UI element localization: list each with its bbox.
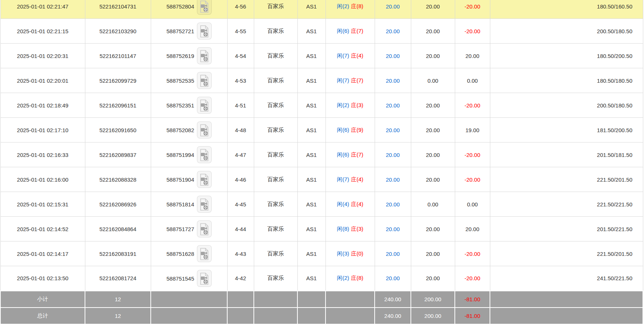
game-number: 588751727 bbox=[166, 226, 194, 232]
order-number: 522162096151 bbox=[85, 93, 151, 118]
summary-empty-cell bbox=[254, 291, 297, 308]
bet-time: 2025-01-01 02:20:31 bbox=[0, 44, 85, 68]
order-number: 522162086926 bbox=[85, 192, 151, 217]
bet-amount-link[interactable]: 20.00 bbox=[375, 192, 411, 217]
bet-amount-link[interactable]: 20.00 bbox=[375, 143, 411, 167]
balance: 200.50/180.50 bbox=[490, 19, 643, 44]
table-row: 2025-01-01 02:15:31 522162086926 5887518… bbox=[0, 192, 643, 217]
win-loss: -20.00 bbox=[455, 241, 490, 266]
summary-bet-total: 240.00 bbox=[375, 291, 411, 308]
video-replay-button[interactable] bbox=[197, 245, 212, 262]
valid-amount: 20.00 bbox=[411, 241, 455, 266]
balance: 221.50/201.50 bbox=[490, 167, 643, 192]
win-loss: 0.00 bbox=[455, 192, 490, 217]
video-replay-button[interactable] bbox=[197, 171, 212, 188]
summary-empty-cell bbox=[151, 308, 227, 324]
video-replay-button[interactable] bbox=[197, 97, 212, 114]
table-row: 2025-01-01 02:17:10 522162091650 5887520… bbox=[0, 118, 643, 143]
balance: 201.50/181.50 bbox=[490, 143, 643, 167]
game-number: 588752351 bbox=[166, 102, 194, 109]
bet-amount-link[interactable]: 20.00 bbox=[375, 68, 411, 93]
game-type: 百家乐 bbox=[254, 19, 297, 44]
game-number-cell: 588752082 bbox=[151, 118, 227, 143]
valid-amount: 20.00 bbox=[411, 167, 455, 192]
video-replay-button[interactable] bbox=[197, 47, 212, 64]
balance: 200.50/180.50 bbox=[490, 93, 643, 118]
video-replay-button[interactable] bbox=[197, 121, 212, 138]
game-number: 588751628 bbox=[166, 251, 194, 257]
win-loss: -20.00 bbox=[455, 19, 490, 44]
balance: 180.50/160.50 bbox=[490, 0, 643, 19]
video-replay-button[interactable] bbox=[197, 196, 212, 213]
bet-amount-link[interactable]: 20.00 bbox=[375, 217, 411, 241]
summary-winloss-total: -81.00 bbox=[455, 291, 490, 308]
video-replay-icon bbox=[199, 174, 209, 186]
bet-amount-link[interactable]: 20.00 bbox=[375, 167, 411, 192]
bet-time: 2025-01-01 02:21:47 bbox=[0, 0, 85, 19]
win-loss: -20.00 bbox=[455, 143, 490, 167]
banker-result: 庄(4) bbox=[351, 176, 363, 182]
video-replay-icon bbox=[199, 0, 209, 13]
game-type: 百家乐 bbox=[254, 266, 297, 291]
summary-empty-cell bbox=[326, 291, 375, 308]
valid-amount: 20.00 bbox=[411, 266, 455, 291]
valid-amount: 20.00 bbox=[411, 93, 455, 118]
video-replay-icon bbox=[199, 223, 209, 236]
win-loss: 20.00 bbox=[455, 44, 490, 68]
table-code: AS1 bbox=[297, 143, 326, 167]
game-number-cell: 588751814 bbox=[151, 192, 227, 217]
summary-empty-cell bbox=[326, 308, 375, 324]
bet-amount-link[interactable]: 20.00 bbox=[375, 93, 411, 118]
summary-empty-cell bbox=[490, 308, 643, 324]
video-replay-button[interactable] bbox=[197, 220, 212, 237]
game-type: 百家乐 bbox=[254, 143, 297, 167]
banker-result: 庄(3) bbox=[351, 102, 363, 108]
balance: 181.50/200.50 bbox=[490, 118, 643, 143]
table-row: 2025-01-01 02:21:15 522162103290 5887527… bbox=[0, 19, 643, 44]
video-replay-button[interactable] bbox=[197, 0, 212, 15]
bet-time: 2025-01-01 02:15:31 bbox=[0, 192, 85, 217]
records-body: 2025-01-01 02:21:47 522162104731 5887528… bbox=[0, 0, 643, 324]
summary-empty-cell bbox=[297, 291, 326, 308]
banker-result: 庄(4) bbox=[351, 201, 363, 207]
summary-empty-cell bbox=[227, 291, 254, 308]
game-number: 588752535 bbox=[166, 78, 194, 84]
order-number: 522162104731 bbox=[85, 0, 151, 19]
win-loss: -20.00 bbox=[455, 167, 490, 192]
round-number: 4-45 bbox=[227, 192, 254, 217]
summary-empty-cell bbox=[151, 291, 227, 308]
video-replay-button[interactable] bbox=[197, 146, 212, 163]
video-replay-button[interactable] bbox=[197, 72, 212, 89]
bet-amount-link[interactable]: 20.00 bbox=[375, 19, 411, 44]
table-code: AS1 bbox=[297, 19, 326, 44]
player-result: 闲(4) bbox=[337, 201, 349, 207]
video-replay-icon bbox=[199, 75, 209, 87]
table-code: AS1 bbox=[297, 241, 326, 266]
bet-time: 2025-01-01 02:13:50 bbox=[0, 266, 85, 291]
round-number: 4-47 bbox=[227, 143, 254, 167]
bet-amount-link[interactable]: 20.00 bbox=[375, 241, 411, 266]
valid-amount: 0.00 bbox=[411, 68, 455, 93]
game-number: 588752082 bbox=[166, 127, 194, 133]
video-replay-icon bbox=[199, 272, 209, 285]
video-replay-button[interactable] bbox=[197, 23, 212, 40]
bet-time: 2025-01-01 02:16:00 bbox=[0, 167, 85, 192]
bet-time: 2025-01-01 02:14:52 bbox=[0, 217, 85, 241]
game-number-cell: 588751545 bbox=[151, 266, 227, 291]
game-number-cell: 588751994 bbox=[151, 143, 227, 167]
bet-amount-link[interactable]: 20.00 bbox=[375, 118, 411, 143]
bet-amount-link[interactable]: 20.00 bbox=[375, 0, 411, 19]
game-result: 闲(3)庄(0) bbox=[326, 241, 375, 266]
bet-amount-link[interactable]: 20.00 bbox=[375, 266, 411, 291]
bet-time: 2025-01-01 02:16:33 bbox=[0, 143, 85, 167]
game-number: 588751994 bbox=[166, 152, 194, 158]
video-replay-button[interactable] bbox=[197, 270, 212, 287]
summary-row: 小计 12 240.00 200.00 -81.00 bbox=[0, 291, 643, 308]
round-number: 4-43 bbox=[227, 241, 254, 266]
bet-amount-link[interactable]: 20.00 bbox=[375, 44, 411, 68]
banker-result: 庄(7) bbox=[351, 151, 363, 158]
game-number-cell: 588752351 bbox=[151, 93, 227, 118]
round-number: 4-44 bbox=[227, 217, 254, 241]
summary-winloss-total: -81.00 bbox=[455, 308, 490, 324]
round-number: 4-42 bbox=[227, 266, 254, 291]
